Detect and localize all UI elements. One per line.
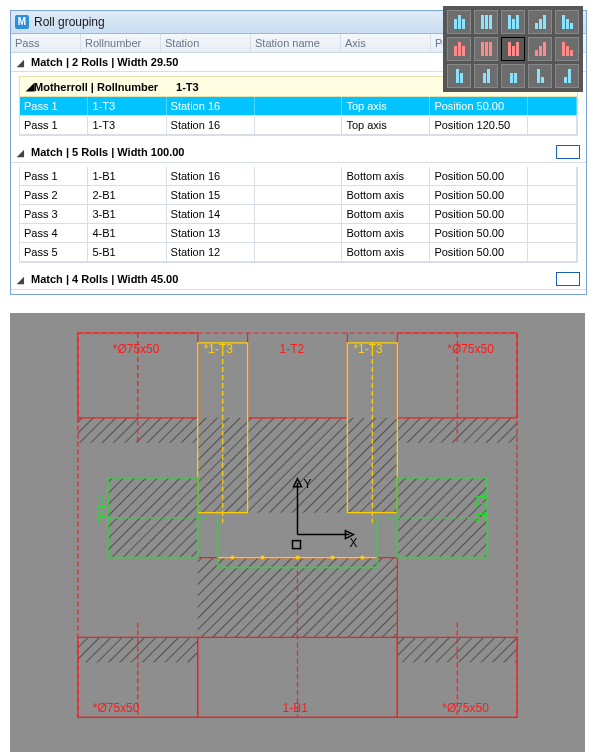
svg-text:*Ø75x50: *Ø75x50 — [93, 701, 140, 715]
svg-rect-16 — [293, 541, 301, 549]
layout-btn-14[interactable] — [528, 64, 552, 88]
table-row[interactable]: Pass 2 2-B1 Station 15 Bottom axis Posit… — [20, 186, 577, 205]
group-2-rows: Pass 1 1-B1 Station 16 Bottom axis Posit… — [19, 167, 578, 263]
svg-text:*1-T3: *1-T3 — [353, 342, 383, 356]
table-row[interactable]: Pass 3 3-B1 Station 14 Bottom axis Posit… — [20, 205, 577, 224]
layout-btn-15[interactable] — [555, 64, 579, 88]
svg-text:*Ø75x50: *Ø75x50 — [442, 701, 489, 715]
layout-btn-7[interactable] — [474, 37, 498, 61]
svg-text:*B1-1: *B1-1 — [95, 492, 109, 522]
layout-btn-12[interactable] — [474, 64, 498, 88]
group-1-title: Match | 2 Rolls | Width 29.50 — [31, 56, 178, 68]
svg-text:*1-T1: *1-T1 — [474, 493, 488, 523]
col-header-station-name[interactable]: Station name — [251, 34, 341, 52]
color-swatch[interactable] — [556, 145, 580, 159]
svg-text:X: X — [349, 536, 357, 550]
table-row[interactable]: Pass 5 5-B1 Station 12 Bottom axis Posit… — [20, 243, 577, 262]
cad-viewport[interactable]: *Ø75x50 *Ø75x50 *1-T3 *1-T3 1-T2 1-B1 *Ø… — [10, 313, 585, 752]
expand-icon: ◢ — [17, 275, 24, 285]
svg-text:*Ø75x50: *Ø75x50 — [113, 342, 160, 356]
layout-btn-5[interactable] — [555, 10, 579, 34]
table-row[interactable]: Pass 1 1-T3 Station 16 Top axis Position… — [20, 116, 577, 135]
group-3-header[interactable]: ◢ Match | 4 Rolls | Width 45.00 — [11, 269, 586, 290]
layout-btn-2[interactable] — [474, 10, 498, 34]
svg-text:1-T2: 1-T2 — [280, 342, 305, 356]
col-header-rollnumber[interactable]: Rollnumber — [81, 34, 161, 52]
svg-point-14 — [330, 556, 334, 560]
expand-icon: ◢ — [17, 148, 24, 158]
layout-btn-3[interactable] — [501, 10, 525, 34]
layout-btn-1[interactable] — [447, 10, 471, 34]
svg-text:1-B1: 1-B1 — [283, 701, 309, 715]
layout-btn-13[interactable] — [501, 64, 525, 88]
svg-point-13 — [296, 556, 300, 560]
col-header-pass[interactable]: Pass — [11, 34, 81, 52]
svg-point-11 — [231, 556, 235, 560]
layout-btn-4[interactable] — [528, 10, 552, 34]
layout-btn-9[interactable] — [528, 37, 552, 61]
layout-btn-6[interactable] — [447, 37, 471, 61]
table-row[interactable]: Pass 4 4-B1 Station 13 Bottom axis Posit… — [20, 224, 577, 243]
expand-icon: ◢ — [17, 58, 24, 68]
table-row[interactable]: Pass 1 1-T3 Station 16 Top axis Position… — [20, 97, 577, 116]
expand-icon: ◢ — [26, 80, 34, 93]
group-1-rows: Pass 1 1-T3 Station 16 Top axis Position… — [19, 97, 578, 136]
layout-btn-11[interactable] — [447, 64, 471, 88]
svg-point-15 — [360, 556, 364, 560]
group-3-title: Match | 4 Rolls | Width 45.00 — [31, 273, 178, 285]
col-header-axis[interactable]: Axis — [341, 34, 431, 52]
table-row[interactable]: Pass 1 1-B1 Station 16 Bottom axis Posit… — [20, 167, 577, 186]
col-header-station[interactable]: Station — [161, 34, 251, 52]
roll-grouping-window: M Roll grouping Pass Rollnumber — [10, 10, 587, 295]
svg-point-12 — [261, 556, 265, 560]
color-swatch[interactable] — [556, 272, 580, 286]
roll-profile-drawing: *Ø75x50 *Ø75x50 *1-T3 *1-T3 1-T2 1-B1 *Ø… — [18, 323, 577, 742]
motherroll-value: 1-T3 — [176, 81, 199, 93]
motherroll-label: Motherroll | Rollnumber — [34, 81, 158, 93]
window-title: Roll grouping — [34, 15, 105, 29]
layout-btn-10[interactable] — [555, 37, 579, 61]
svg-text:*Ø75x50: *Ø75x50 — [447, 342, 494, 356]
group-2-title: Match | 5 Rolls | Width 100.00 — [31, 146, 184, 158]
group-2-header[interactable]: ◢ Match | 5 Rolls | Width 100.00 — [11, 142, 586, 163]
svg-text:Y: Y — [303, 477, 311, 491]
layout-btn-8-selected[interactable] — [501, 37, 525, 61]
app-icon: M — [15, 15, 29, 29]
svg-text:*1-T3: *1-T3 — [204, 342, 234, 356]
layout-toolbar — [443, 6, 583, 92]
